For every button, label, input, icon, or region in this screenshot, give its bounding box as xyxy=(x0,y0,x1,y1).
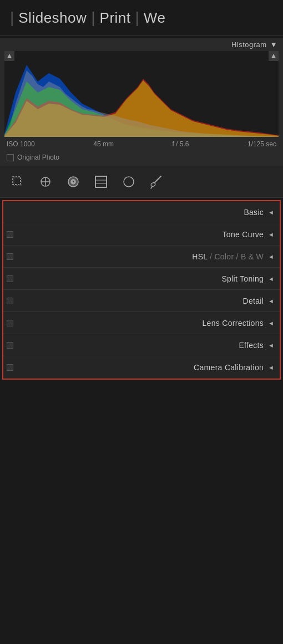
nav-item-web[interactable]: We xyxy=(144,9,166,27)
nav-separator-1: | xyxy=(10,9,14,27)
panel-hsl-label: HSL / Color / B & W xyxy=(192,252,264,261)
histogram-title: Histogram xyxy=(231,40,267,49)
panel-tone-curve-arrow: ◄ xyxy=(268,231,274,238)
nav-item-print[interactable]: Print xyxy=(100,9,131,27)
focal-length-value: 45 mm xyxy=(93,140,114,148)
panel-basic-label: Basic xyxy=(244,208,264,217)
panel-hsl-color-bw[interactable]: HSL / Color / B & W ◄ xyxy=(3,246,280,268)
panel-detail-arrow: ◄ xyxy=(268,298,274,304)
top-navigation: | Slideshow | Print | We xyxy=(0,0,283,36)
panel-tone-curve-check[interactable] xyxy=(7,231,13,238)
panel-detail-check[interactable] xyxy=(7,298,13,304)
adjustment-brush-tool[interactable] xyxy=(146,172,166,192)
histogram-dropdown[interactable]: ▼ xyxy=(270,40,277,49)
panel-split-toning-arrow: ◄ xyxy=(268,275,274,282)
svg-marker-1 xyxy=(271,54,276,58)
nav-item-slideshow[interactable]: Slideshow xyxy=(18,9,87,27)
panel-detail-label: Detail xyxy=(243,297,264,305)
aperture-value: f / 5.6 xyxy=(172,140,189,148)
svg-marker-0 xyxy=(7,54,12,58)
panel-lens-corrections-check[interactable] xyxy=(7,320,13,326)
panel-effects-label: Effects xyxy=(239,341,264,350)
panel-lens-corrections[interactable]: Lens Corrections ◄ xyxy=(3,312,280,334)
panel-basic[interactable]: Basic ◄ xyxy=(3,201,280,223)
panel-tone-curve[interactable]: Tone Curve ◄ xyxy=(3,223,280,246)
panel-camera-calibration-arrow: ◄ xyxy=(268,364,274,371)
panel-detail[interactable]: Detail ◄ xyxy=(3,290,280,312)
nav-separator-3: | xyxy=(135,9,139,27)
panel-tone-curve-label: Tone Curve xyxy=(223,230,264,239)
graduated-filter-tool[interactable] xyxy=(91,172,111,192)
panel-split-toning-label: Split Toning xyxy=(221,274,264,283)
panel-effects-check[interactable] xyxy=(7,342,13,349)
panel-camera-calibration-check[interactable] xyxy=(7,364,13,371)
svg-rect-11 xyxy=(95,176,107,187)
develop-toolbar xyxy=(0,166,283,198)
red-eye-tool[interactable] xyxy=(63,172,83,192)
bottom-area xyxy=(0,382,283,644)
original-photo-label: Original Photo xyxy=(17,154,59,161)
panel-lens-corrections-label: Lens Corrections xyxy=(202,319,264,328)
svg-point-9 xyxy=(72,181,74,183)
panel-split-toning[interactable]: Split Toning ◄ xyxy=(3,268,280,290)
histogram-clipping-highlights-btn[interactable] xyxy=(269,51,279,61)
histogram-header: Histogram ▼ xyxy=(0,38,283,51)
svg-line-17 xyxy=(151,187,152,188)
panel-effects-arrow: ◄ xyxy=(268,342,274,349)
svg-rect-10 xyxy=(95,176,107,187)
develop-panels: Basic ◄ Tone Curve ◄ HSL / Color / B & W… xyxy=(2,200,281,380)
crop-tool[interactable] xyxy=(8,172,28,192)
svg-line-15 xyxy=(154,176,161,183)
original-photo-row[interactable]: Original Photo xyxy=(0,151,283,166)
original-photo-checkbox[interactable] xyxy=(7,154,14,161)
panel-camera-calibration-label: Camera Calibration xyxy=(194,363,264,372)
panel-camera-calibration[interactable]: Camera Calibration ◄ xyxy=(3,356,280,379)
histogram-metadata: ISO 1000 45 mm f / 5.6 1/125 sec xyxy=(0,137,283,151)
panel-lens-corrections-arrow: ◄ xyxy=(268,320,274,326)
svg-point-14 xyxy=(124,177,134,187)
spot-removal-tool[interactable] xyxy=(36,172,55,192)
histogram-clipping-shadows-btn[interactable] xyxy=(4,51,14,61)
panel-effects[interactable]: Effects ◄ xyxy=(3,334,280,356)
histogram-panel: Histogram ▼ ISO 1000 45 mm f / 5.6 1/125… xyxy=(0,38,283,166)
nav-separator-2: | xyxy=(91,9,95,27)
panel-hsl-arrow: ◄ xyxy=(268,253,274,260)
panel-split-toning-check[interactable] xyxy=(7,275,13,282)
panel-basic-arrow: ◄ xyxy=(268,209,274,216)
iso-value: ISO 1000 xyxy=(7,140,35,148)
radial-filter-tool[interactable] xyxy=(119,172,139,192)
panel-hsl-check[interactable] xyxy=(7,253,13,260)
shutter-speed-value: 1/125 sec xyxy=(247,140,276,148)
histogram-canvas xyxy=(4,51,279,137)
